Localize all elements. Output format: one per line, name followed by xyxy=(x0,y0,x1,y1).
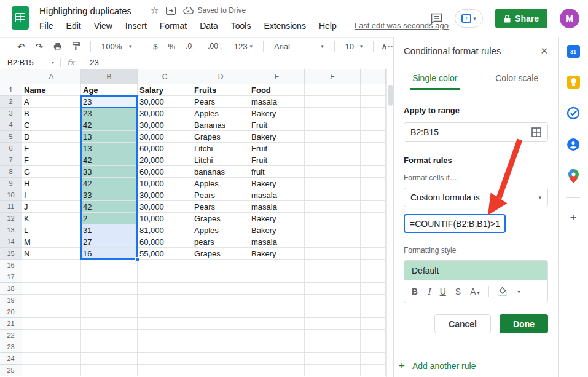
cell[interactable]: M xyxy=(22,236,81,248)
add-another-rule-button[interactable]: + Add another rule xyxy=(399,360,558,372)
cell[interactable] xyxy=(192,353,249,365)
cell[interactable] xyxy=(305,318,361,330)
cell[interactable]: E xyxy=(22,143,81,154)
cell[interactable] xyxy=(361,178,386,189)
cell[interactable] xyxy=(138,271,192,283)
row-header-15[interactable]: 15 xyxy=(0,248,22,260)
cell[interactable] xyxy=(361,96,386,108)
cell[interactable] xyxy=(361,201,386,213)
font-select[interactable]: Arial▾ xyxy=(274,42,324,51)
row-header-7[interactable]: 7 xyxy=(0,154,22,166)
cell[interactable] xyxy=(192,318,249,330)
cell[interactable] xyxy=(361,271,386,283)
cell[interactable] xyxy=(192,365,249,376)
cell[interactable] xyxy=(81,306,138,318)
cell[interactable] xyxy=(305,213,361,224)
cell[interactable]: F xyxy=(22,154,81,166)
cell[interactable]: 60,000 xyxy=(138,236,192,248)
cell[interactable] xyxy=(192,283,249,295)
condition-dropdown[interactable]: Custom formula is ▾ xyxy=(404,188,548,207)
cell[interactable] xyxy=(22,365,81,376)
row-header-4[interactable]: 4 xyxy=(0,119,22,131)
cell[interactable]: C xyxy=(22,119,81,131)
cell[interactable] xyxy=(305,224,361,236)
calendar-icon[interactable]: 31 xyxy=(567,45,580,58)
cell[interactable] xyxy=(192,260,249,271)
cell[interactable]: A xyxy=(22,96,81,108)
cell[interactable] xyxy=(361,119,386,131)
cell[interactable]: 42 xyxy=(81,201,138,213)
cell[interactable]: Fruit xyxy=(249,143,305,154)
tab-single-color[interactable]: Single color xyxy=(394,65,476,90)
cell[interactable] xyxy=(249,260,305,271)
cancel-button[interactable]: Cancel xyxy=(434,314,491,333)
row-header-6[interactable]: 6 xyxy=(0,143,22,154)
cell[interactable] xyxy=(81,295,138,306)
present-button[interactable]: ↑ ▾ xyxy=(455,9,483,28)
cell[interactable] xyxy=(361,283,386,295)
more-formats-button[interactable]: 123▾ xyxy=(234,42,253,51)
cell[interactable] xyxy=(361,131,386,143)
cell[interactable]: 55,000 xyxy=(138,248,192,260)
col-header-B[interactable]: B xyxy=(81,69,138,84)
cell[interactable] xyxy=(249,341,305,353)
cell[interactable] xyxy=(305,365,361,376)
cell[interactable]: 16 xyxy=(81,248,138,260)
cell[interactable]: 81,000 xyxy=(138,224,192,236)
cell[interactable] xyxy=(249,353,305,365)
col-header-C[interactable]: C xyxy=(138,69,192,84)
keep-icon[interactable] xyxy=(567,76,580,89)
cell[interactable] xyxy=(138,306,192,318)
cell[interactable]: 10,000 xyxy=(138,178,192,189)
cell[interactable] xyxy=(361,341,386,353)
cell[interactable] xyxy=(361,295,386,306)
cell[interactable]: Bakery xyxy=(249,248,305,260)
cell[interactable]: 33 xyxy=(81,166,138,178)
cell[interactable] xyxy=(305,178,361,189)
cell[interactable]: L xyxy=(22,224,81,236)
cell[interactable] xyxy=(249,283,305,295)
cell[interactable] xyxy=(361,318,386,330)
cell[interactable] xyxy=(305,353,361,365)
cell[interactable] xyxy=(305,271,361,283)
cell[interactable]: Bakery xyxy=(249,108,305,119)
cell[interactable] xyxy=(81,260,138,271)
cell[interactable] xyxy=(81,365,138,376)
cell[interactable]: pears xyxy=(192,236,249,248)
menu-item-format[interactable]: Format xyxy=(160,21,187,31)
fill-color-button[interactable] xyxy=(498,287,507,296)
cell[interactable]: Grapes xyxy=(192,248,249,260)
cell[interactable]: Apples xyxy=(192,178,249,189)
cell[interactable] xyxy=(81,271,138,283)
cell[interactable] xyxy=(138,295,192,306)
style-preview[interactable]: Default xyxy=(404,261,547,280)
font-size-select[interactable]: 10▾ xyxy=(345,42,363,51)
cell[interactable]: 30,000 xyxy=(138,201,192,213)
star-icon[interactable]: ☆ xyxy=(151,5,159,16)
cell[interactable] xyxy=(305,283,361,295)
menu-item-tools[interactable]: Tools xyxy=(231,21,251,31)
cell[interactable] xyxy=(361,108,386,119)
tab-color-scale[interactable]: Color scale xyxy=(476,65,559,90)
share-button[interactable]: Share xyxy=(495,9,547,28)
row-header-5[interactable]: 5 xyxy=(0,131,22,143)
cell[interactable]: 42 xyxy=(81,178,138,189)
cell[interactable]: 30,000 xyxy=(138,108,192,119)
cell[interactable] xyxy=(305,341,361,353)
contacts-icon[interactable] xyxy=(566,138,580,151)
present-caret-icon[interactable]: ▾ xyxy=(473,15,476,22)
col-header-partial[interactable] xyxy=(361,69,386,84)
cell[interactable]: H xyxy=(22,178,81,189)
cell[interactable] xyxy=(305,236,361,248)
decrease-decimal-button[interactable]: .0← xyxy=(186,42,197,51)
cell[interactable]: Bakery xyxy=(249,178,305,189)
strikethrough-button[interactable]: S xyxy=(455,287,461,296)
selection-fill-handle[interactable] xyxy=(135,257,139,261)
cell[interactable]: Apples xyxy=(192,224,249,236)
collapse-toolbar-icon[interactable]: ∧ xyxy=(381,42,387,51)
cell[interactable] xyxy=(22,330,81,341)
document-title[interactable]: Highlighting duplicates xyxy=(39,6,131,16)
row-header-3[interactable]: 3 xyxy=(0,108,22,119)
cell[interactable]: masala xyxy=(249,189,305,201)
row-header-11[interactable]: 11 xyxy=(0,201,22,213)
